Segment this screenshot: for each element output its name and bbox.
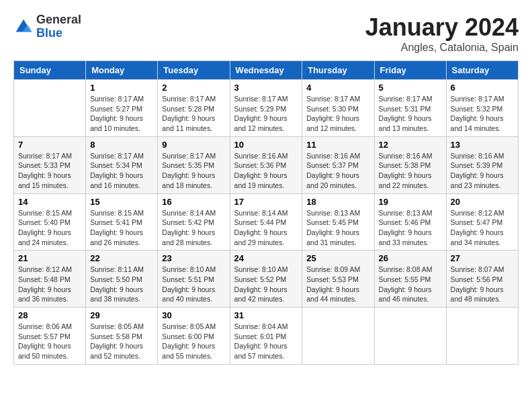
day-info: Sunrise: 8:06 AM Sunset: 5:57 PM Dayligh… [18, 322, 81, 361]
day-number: 17 [234, 197, 298, 207]
day-info: Sunrise: 8:16 AM Sunset: 5:37 PM Dayligh… [306, 151, 369, 191]
day-info: Sunrise: 8:13 AM Sunset: 5:45 PM Dayligh… [306, 208, 369, 248]
day-info: Sunrise: 8:17 AM Sunset: 5:33 PM Dayligh… [18, 151, 81, 191]
day-number: 8 [90, 140, 153, 150]
day-number: 5 [379, 83, 442, 93]
logo-icon [13, 17, 34, 37]
calendar-cell: 4Sunrise: 8:17 AM Sunset: 5:30 PM Daylig… [302, 80, 374, 137]
calendar-cell: 30Sunrise: 8:05 AM Sunset: 6:00 PM Dayli… [158, 308, 230, 365]
calendar-cell: 31Sunrise: 8:04 AM Sunset: 6:01 PM Dayli… [230, 308, 302, 365]
day-number: 15 [90, 197, 153, 207]
calendar-cell: 20Sunrise: 8:12 AM Sunset: 5:47 PM Dayli… [446, 193, 518, 250]
day-info: Sunrise: 8:17 AM Sunset: 5:30 PM Dayligh… [306, 94, 369, 134]
day-number: 18 [306, 197, 369, 207]
calendar-table: SundayMondayTuesdayWednesdayThursdayFrid… [13, 60, 519, 365]
day-info: Sunrise: 8:14 AM Sunset: 5:44 PM Dayligh… [234, 208, 298, 248]
day-number: 13 [451, 140, 514, 150]
calendar-cell [446, 308, 518, 365]
day-number: 25 [306, 253, 369, 263]
day-number: 4 [306, 83, 369, 93]
day-number: 2 [162, 83, 225, 93]
day-number: 29 [90, 310, 153, 320]
day-number: 23 [162, 253, 225, 263]
day-info: Sunrise: 8:17 AM Sunset: 5:27 PM Dayligh… [90, 94, 153, 134]
page-header: General Blue January 2024 Angles, Catalo… [13, 13, 519, 54]
calendar-cell [14, 80, 86, 137]
calendar-week-row: 28Sunrise: 8:06 AM Sunset: 5:57 PM Dayli… [14, 308, 519, 365]
calendar-cell: 8Sunrise: 8:17 AM Sunset: 5:34 PM Daylig… [86, 136, 158, 193]
day-number: 9 [162, 140, 225, 150]
day-info: Sunrise: 8:12 AM Sunset: 5:48 PM Dayligh… [18, 265, 81, 304]
calendar-cell [374, 308, 446, 365]
day-number: 22 [90, 253, 153, 263]
calendar-cell: 14Sunrise: 8:15 AM Sunset: 5:40 PM Dayli… [14, 193, 86, 250]
calendar-cell: 24Sunrise: 8:10 AM Sunset: 5:52 PM Dayli… [230, 250, 302, 308]
calendar-cell: 9Sunrise: 8:17 AM Sunset: 5:35 PM Daylig… [158, 136, 230, 193]
day-info: Sunrise: 8:16 AM Sunset: 5:38 PM Dayligh… [379, 151, 442, 191]
title-block: January 2024 Angles, Catalonia, Spain [365, 13, 519, 54]
weekday-header: Monday [86, 61, 158, 80]
day-number: 6 [451, 83, 514, 93]
day-info: Sunrise: 8:17 AM Sunset: 5:32 PM Dayligh… [451, 94, 514, 134]
day-number: 7 [18, 140, 81, 150]
weekday-header: Friday [374, 61, 446, 80]
day-number: 16 [162, 197, 225, 207]
weekday-header: Thursday [302, 61, 374, 80]
day-info: Sunrise: 8:16 AM Sunset: 5:36 PM Dayligh… [234, 151, 298, 191]
calendar-cell: 6Sunrise: 8:17 AM Sunset: 5:32 PM Daylig… [446, 80, 518, 137]
day-info: Sunrise: 8:07 AM Sunset: 5:56 PM Dayligh… [451, 265, 514, 304]
day-info: Sunrise: 8:10 AM Sunset: 5:52 PM Dayligh… [234, 265, 298, 304]
logo: General Blue [13, 13, 81, 40]
day-number: 14 [18, 197, 81, 207]
calendar-cell: 12Sunrise: 8:16 AM Sunset: 5:38 PM Dayli… [374, 136, 446, 193]
day-number: 11 [306, 140, 369, 150]
weekday-header: Tuesday [158, 61, 230, 80]
day-info: Sunrise: 8:12 AM Sunset: 5:47 PM Dayligh… [451, 208, 514, 248]
calendar-cell: 21Sunrise: 8:12 AM Sunset: 5:48 PM Dayli… [14, 250, 86, 308]
calendar-cell: 13Sunrise: 8:16 AM Sunset: 5:39 PM Dayli… [446, 136, 518, 193]
day-info: Sunrise: 8:17 AM Sunset: 5:28 PM Dayligh… [162, 94, 225, 134]
calendar-week-row: 7Sunrise: 8:17 AM Sunset: 5:33 PM Daylig… [14, 136, 519, 193]
day-number: 19 [379, 197, 442, 207]
calendar-cell: 1Sunrise: 8:17 AM Sunset: 5:27 PM Daylig… [86, 80, 158, 137]
day-number: 10 [234, 140, 298, 150]
day-info: Sunrise: 8:08 AM Sunset: 5:55 PM Dayligh… [379, 265, 442, 304]
weekday-header-row: SundayMondayTuesdayWednesdayThursdayFrid… [14, 61, 519, 80]
weekday-header: Sunday [14, 61, 86, 80]
day-info: Sunrise: 8:10 AM Sunset: 5:51 PM Dayligh… [162, 265, 225, 304]
day-number: 28 [18, 310, 81, 320]
logo-blue: Blue [36, 27, 81, 40]
day-number: 24 [234, 253, 298, 263]
day-info: Sunrise: 8:05 AM Sunset: 6:00 PM Dayligh… [162, 322, 225, 361]
calendar-cell: 22Sunrise: 8:11 AM Sunset: 5:50 PM Dayli… [86, 250, 158, 308]
day-info: Sunrise: 8:17 AM Sunset: 5:35 PM Dayligh… [162, 151, 225, 191]
day-info: Sunrise: 8:17 AM Sunset: 5:31 PM Dayligh… [379, 94, 442, 134]
calendar-cell: 29Sunrise: 8:05 AM Sunset: 5:58 PM Dayli… [86, 308, 158, 365]
day-info: Sunrise: 8:17 AM Sunset: 5:34 PM Dayligh… [90, 151, 153, 191]
calendar-subtitle: Angles, Catalonia, Spain [365, 42, 519, 54]
day-number: 21 [18, 253, 81, 263]
logo-general: General [36, 13, 81, 27]
day-info: Sunrise: 8:14 AM Sunset: 5:42 PM Dayligh… [162, 208, 225, 248]
calendar-cell: 15Sunrise: 8:15 AM Sunset: 5:41 PM Dayli… [86, 193, 158, 250]
calendar-cell: 19Sunrise: 8:13 AM Sunset: 5:46 PM Dayli… [374, 193, 446, 250]
day-info: Sunrise: 8:11 AM Sunset: 5:50 PM Dayligh… [90, 265, 153, 304]
day-number: 30 [162, 310, 225, 320]
calendar-cell: 17Sunrise: 8:14 AM Sunset: 5:44 PM Dayli… [230, 193, 302, 250]
day-number: 12 [379, 140, 442, 150]
day-info: Sunrise: 8:15 AM Sunset: 5:40 PM Dayligh… [18, 208, 81, 248]
calendar-cell: 11Sunrise: 8:16 AM Sunset: 5:37 PM Dayli… [302, 136, 374, 193]
calendar-cell: 16Sunrise: 8:14 AM Sunset: 5:42 PM Dayli… [158, 193, 230, 250]
calendar-cell: 10Sunrise: 8:16 AM Sunset: 5:36 PM Dayli… [230, 136, 302, 193]
day-number: 26 [379, 253, 442, 263]
calendar-week-row: 14Sunrise: 8:15 AM Sunset: 5:40 PM Dayli… [14, 193, 519, 250]
day-number: 27 [451, 253, 514, 263]
day-number: 31 [234, 310, 298, 320]
calendar-cell: 18Sunrise: 8:13 AM Sunset: 5:45 PM Dayli… [302, 193, 374, 250]
logo-text: General Blue [36, 13, 81, 40]
day-info: Sunrise: 8:15 AM Sunset: 5:41 PM Dayligh… [90, 208, 153, 248]
calendar-cell: 23Sunrise: 8:10 AM Sunset: 5:51 PM Dayli… [158, 250, 230, 308]
calendar-week-row: 21Sunrise: 8:12 AM Sunset: 5:48 PM Dayli… [14, 250, 519, 308]
calendar-cell: 3Sunrise: 8:17 AM Sunset: 5:29 PM Daylig… [230, 80, 302, 137]
day-number: 3 [234, 83, 298, 93]
